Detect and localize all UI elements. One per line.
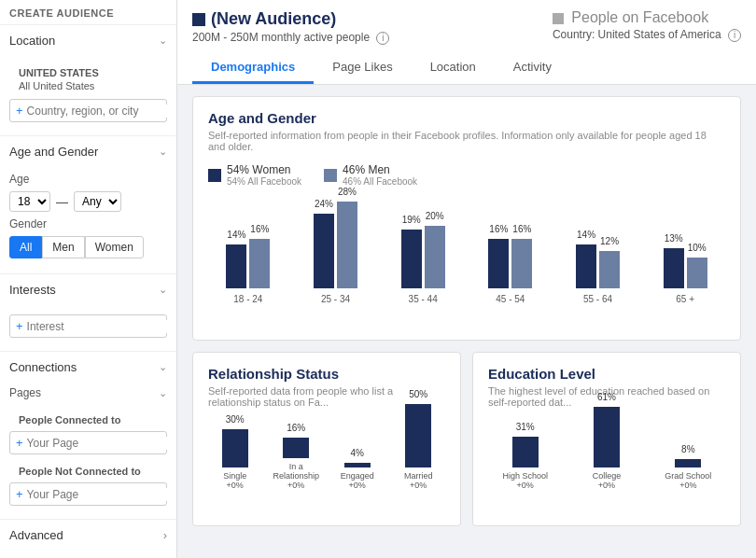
connections-chevron: ⌄ — [159, 361, 167, 373]
people-connected-input[interactable] — [27, 437, 167, 450]
age-from-select[interactable]: 18 — [9, 191, 50, 212]
rel-bottom-label: Married — [404, 471, 433, 481]
bar-pair: 13%10% — [664, 186, 707, 288]
age-group: 14%16%18 - 24 — [208, 186, 288, 304]
country-sublabel: All United States — [9, 80, 167, 95]
facebook-country: Country: United States of America i — [553, 28, 741, 42]
main-content: (New Audience) 200M - 250M monthly activ… — [177, 0, 756, 558]
people-not-connected-icon: + — [16, 487, 23, 501]
interests-header[interactable]: Interests ⌄ — [0, 274, 176, 305]
location-chevron: ⌄ — [159, 35, 167, 47]
women-bar: 14% — [226, 244, 246, 288]
bar-pair: 14%12% — [576, 186, 620, 288]
rel-bottom-label: Engaged — [341, 471, 374, 481]
people-not-connected-label: People Not Connected to — [9, 460, 167, 479]
facebook-info-icon[interactable]: i — [728, 29, 741, 42]
location-body: UNITED STATES All United States + — [0, 56, 176, 135]
age-group-label: 65 + — [676, 294, 694, 304]
rel-bar-label: 4% — [351, 448, 364, 458]
men-legend-box — [324, 169, 337, 182]
tab-page-likes[interactable]: Page Likes — [314, 52, 411, 84]
people-connected-label: People Connected to — [9, 409, 167, 427]
women-bar-label: 14% — [227, 230, 245, 240]
bar-pair: 19%20% — [401, 186, 445, 288]
audience-size: 200M - 250M monthly active people i — [192, 31, 389, 45]
connections-label: Connections — [9, 360, 77, 374]
relationship-title: Relationship Status — [208, 366, 445, 382]
age-group: 24%28%25 - 34 — [296, 186, 376, 304]
rel-bottom-label: Single — [223, 471, 246, 481]
interests-chevron: ⌄ — [159, 284, 167, 296]
relationship-card: Relationship Status Self-reported data f… — [192, 352, 461, 526]
men-bar: 28% — [337, 202, 357, 288]
rel-bottom-label: In a Relationship — [270, 462, 324, 481]
rel-bar-change: +0% — [227, 481, 244, 490]
location-input-wrap: + — [9, 99, 167, 122]
edu-bar: 31% — [512, 437, 539, 467]
tab-location[interactable]: Location — [412, 52, 495, 84]
men-bar-label: 20% — [426, 211, 444, 221]
edu-bar-label: 8% — [681, 444, 694, 454]
women-bar-label: 24% — [315, 199, 333, 209]
women-bar: 13% — [664, 248, 684, 288]
gender-label: Gender — [9, 217, 167, 230]
age-group: 19%20%35 - 44 — [383, 186, 463, 304]
age-group-label: 35 - 44 — [409, 294, 438, 304]
country-label: UNITED STATES — [9, 62, 167, 80]
location-input[interactable] — [27, 105, 167, 118]
connections-header[interactable]: Connections ⌄ — [0, 352, 176, 383]
education-title: Education Level — [488, 366, 725, 382]
women-bar: 19% — [401, 230, 422, 288]
people-not-connected-input[interactable] — [27, 488, 167, 501]
pages-label: Pages — [9, 386, 41, 399]
audience-title-block: (New Audience) 200M - 250M monthly activ… — [192, 9, 389, 45]
age-gender-body: Age 18 — Any Gender All Men Women — [0, 167, 176, 273]
people-connected-wrap: + — [9, 431, 167, 454]
women-legend-box — [208, 169, 221, 182]
tab-demographics[interactable]: Demographics — [192, 52, 314, 84]
edu-bottom-label: Grad School — [665, 471, 711, 481]
location-header[interactable]: Location ⌄ — [0, 25, 176, 56]
men-bar: 16% — [249, 239, 270, 288]
advanced-section[interactable]: Advanced › — [0, 520, 176, 551]
gender-all-btn[interactable]: All — [9, 236, 42, 258]
edu-bar: 8% — [675, 459, 701, 467]
men-bar-label: 16% — [250, 224, 269, 234]
tab-activity[interactable]: Activity — [495, 52, 570, 84]
tabs: Demographics Page Likes Location Activit… — [192, 52, 741, 84]
rel-bar-change: +0% — [349, 481, 366, 490]
women-bar: 16% — [488, 239, 509, 288]
age-group: 13%10%65 + — [645, 186, 725, 304]
age-gender-card: Age and Gender Self-reported information… — [192, 96, 741, 341]
pages-header[interactable]: Pages ⌄ — [0, 383, 176, 403]
women-bar-label: 14% — [577, 230, 595, 240]
edu-bar-column: 31%High School+0% — [488, 437, 562, 490]
audience-info-icon[interactable]: i — [376, 32, 389, 45]
rel-bar-column: 16%In a Relationship+0% — [270, 438, 324, 490]
age-row: 18 — Any — [9, 191, 167, 212]
audience-name-text: (New Audience) — [211, 9, 336, 29]
interests-section: Interests ⌄ + — [0, 274, 176, 352]
age-to-select[interactable]: Any — [74, 191, 121, 212]
women-bar-label: 13% — [665, 233, 683, 244]
audience-header: (New Audience) 200M - 250M monthly activ… — [192, 9, 741, 45]
interest-input[interactable] — [27, 320, 167, 333]
rel-bar-column: 4%Engaged+0% — [330, 463, 385, 490]
edu-bar-label: 61% — [597, 392, 616, 402]
rel-bar: 16% — [283, 438, 309, 458]
interests-input-wrap: + — [9, 314, 167, 338]
age-group: 16%16%45 - 54 — [470, 186, 551, 304]
people-connected-icon: + — [16, 436, 23, 450]
age-gender-header[interactable]: Age and Gender ⌄ — [0, 136, 176, 167]
gender-women-btn[interactable]: Women — [85, 236, 144, 258]
relationship-chart: 30%Single+0%16%In a Relationship+0%4%Eng… — [208, 419, 445, 512]
men-bar: 16% — [511, 239, 532, 288]
legend-men: 46% Men 46% All Facebook — [324, 163, 417, 187]
rel-bar-change: +0% — [410, 481, 427, 490]
advanced-label: Advanced — [9, 528, 63, 542]
edu-bar-column: 61%College+0% — [569, 407, 643, 490]
gender-men-btn[interactable]: Men — [42, 236, 84, 258]
men-bar: 10% — [687, 258, 707, 288]
age-gender-section: Age and Gender ⌄ Age 18 — Any Gender All… — [0, 136, 176, 274]
top-bar: (New Audience) 200M - 250M monthly activ… — [177, 0, 756, 85]
